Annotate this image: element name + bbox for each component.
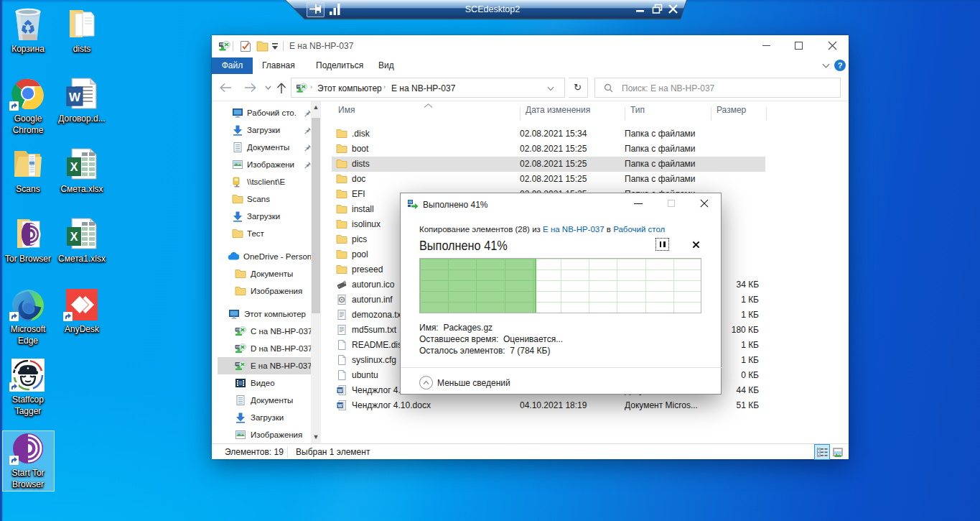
svg-text:X: X <box>70 161 78 173</box>
svg-text:W: W <box>69 91 81 104</box>
svg-text:X: X <box>70 231 78 243</box>
